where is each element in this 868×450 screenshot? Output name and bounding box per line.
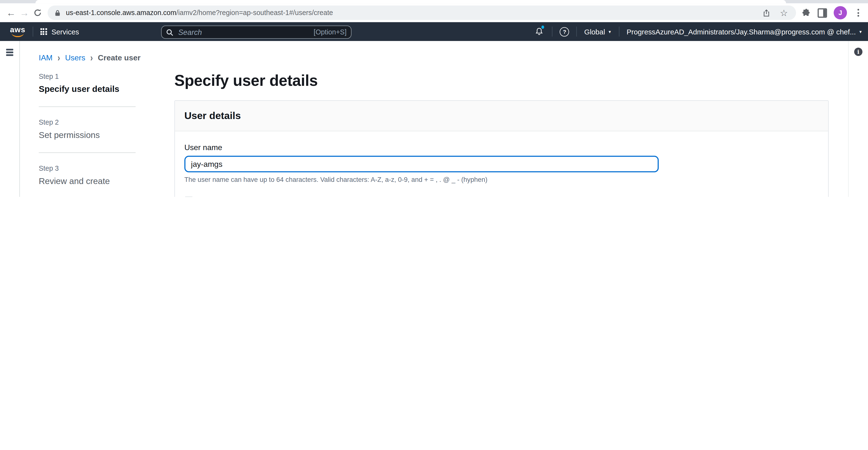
user-details-card: User details User name The user name can… [175,101,829,197]
console-access-label: Enable console access - optional [198,196,319,197]
services-menu[interactable]: Services [40,27,79,36]
aws-logo[interactable]: aws [10,26,25,37]
step-item: Step 2 Set permissions [39,118,135,140]
page-title: Specify user details [175,72,318,90]
step-item: Step 1 Specify user details [39,73,135,94]
share-button[interactable] [760,6,773,20]
extensions-icon[interactable] [802,8,811,18]
url-domain: us-east-1.console.aws.amazon.com [66,9,176,17]
help-icon[interactable]: ? [560,27,569,36]
card-title: User details [184,110,818,122]
back-button[interactable]: ← [4,5,18,21]
region-selector[interactable]: Global ▼ [584,27,612,36]
step-number: Step 3 [39,165,135,172]
divider [577,27,577,37]
bookmark-button[interactable]: ☆ [777,6,790,20]
url-path: /iamv2/home?region=ap-southeast-1#/users… [176,9,333,17]
aws-smile-icon [11,33,24,37]
nav-search[interactable]: [Option+S] [161,25,351,39]
forward-button[interactable]: → [18,5,31,21]
step-number: Step 2 [39,118,135,126]
breadcrumb-link-users[interactable]: Users [65,53,86,62]
card-header: User details [175,101,828,132]
chevron-down-icon: ▼ [608,30,612,33]
breadcrumb-link-iam[interactable]: IAM [39,53,53,62]
divider [552,27,553,37]
notification-dot [541,25,544,29]
screen: ← → us-east-1.console.aws.amazon.com/iam… [0,0,868,197]
search-shortcut: [Option+S] [314,28,347,36]
browser-actions: J [802,6,868,20]
url-text: us-east-1.console.aws.amazon.com/iamv2/h… [66,9,755,17]
breadcrumb-current: Create user [98,53,141,62]
divider [619,27,619,37]
browser-toolbar: ← → us-east-1.console.aws.amazon.com/iam… [0,3,868,22]
search-input[interactable] [177,27,314,37]
help-panel-rail: i [848,41,868,197]
step-item: Step 3 Review and create [39,165,135,186]
nav-right-cluster: ? Global ▼ ProgressAzureAD_Administrator… [534,22,868,41]
console-access-row: Enable console access - optional [184,196,818,197]
account-menu[interactable]: ProgressAzureAD_Administrators/Jay.Sharm… [626,27,862,36]
share-icon [762,8,770,17]
username-help: The user name can have up to 64 characte… [184,176,818,184]
services-grid-icon [40,28,47,35]
username-input[interactable] [184,156,659,172]
step-title: Specify user details [39,84,135,94]
breadcrumb-separator-icon: › [57,52,60,63]
optional-label: optional [290,196,319,197]
divider [39,107,135,107]
lock-icon [54,9,61,17]
url-bar[interactable]: us-east-1.console.aws.amazon.com/iamv2/h… [48,6,796,20]
step-title: Review and create [39,176,135,186]
step-number: Step 1 [39,73,135,80]
browser-menu-icon[interactable] [854,9,863,17]
divider [39,152,135,153]
breadcrumb-separator-icon: › [90,52,93,63]
page-content: IAM › Users › Create user Step 1 Specify… [20,41,848,197]
card-body: User name The user name can have up to 6… [175,132,828,197]
chevron-down-icon: ▼ [859,30,862,33]
side-panel-icon[interactable] [817,8,827,18]
username-label: User name [184,143,818,152]
bookmark-star-icon: ☆ [780,7,788,18]
tab-strip [0,0,868,3]
console-access-checkbox[interactable] [184,196,193,197]
step-title: Set permissions [39,130,135,140]
services-label: Services [51,27,79,36]
notifications-button[interactable] [534,26,545,37]
breadcrumb: IAM › Users › Create user [39,53,141,62]
hamburger-menu-icon[interactable] [6,49,20,56]
search-icon [166,29,174,36]
aws-top-nav: aws Services [Option+S] ? Global ▼ [0,22,868,41]
browser-avatar[interactable]: J [834,6,847,20]
help-panel-toggle[interactable]: i [854,48,862,56]
reload-button[interactable] [31,5,44,21]
left-rail [0,41,20,197]
reload-icon [33,8,42,17]
wizard-steps: Step 1 Specify user details Step 2 Set p… [39,73,135,186]
divider [33,27,33,37]
active-tab[interactable] [35,0,786,3]
